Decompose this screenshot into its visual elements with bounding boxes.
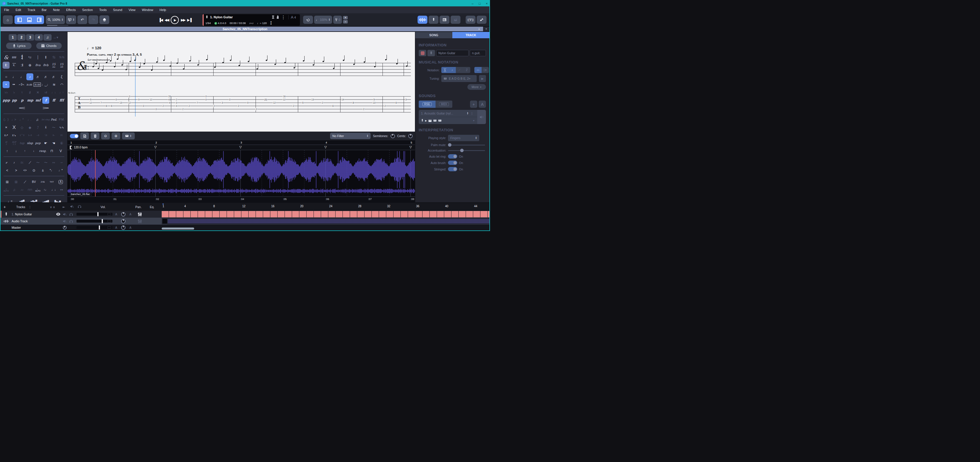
- automation-master-button[interactable]: ▂▄▆M: [19, 198, 25, 202]
- waveform-display[interactable]: Sanchez_05.flac: [67, 150, 415, 196]
- bar-marker-icon[interactable]: ▽: [154, 145, 156, 149]
- track-row-audio-track[interactable]: Audio Track: [1, 218, 489, 225]
- pan-knob[interactable]: [121, 219, 126, 223]
- document-tab-title[interactable]: Sanchez_05_NNTranscription: [223, 27, 267, 31]
- popping-button[interactable]: pop: [35, 140, 41, 147]
- harmonic-above-button[interactable]: *♩: [48, 167, 55, 174]
- rse-button[interactable]: RSE: [419, 100, 436, 108]
- line-in-button[interactable]: [477, 16, 487, 24]
- sustain-pedal-button[interactable]: Ped.: [51, 116, 57, 123]
- arpeggio-up-button[interactable]: ↑: [21, 148, 29, 155]
- more-button[interactable]: More▼: [468, 84, 486, 90]
- let-ring-span-button[interactable]: ≋: [51, 81, 57, 88]
- master-knob[interactable]: [61, 226, 68, 229]
- voice-4-button[interactable]: 4: [35, 34, 43, 41]
- go-to-end-button[interactable]: ▶▐: [187, 18, 191, 22]
- wave-zoom-in-button[interactable]: ⊕: [111, 132, 120, 139]
- menu-edit[interactable]: Edit: [16, 8, 21, 11]
- dynamic-fff-button[interactable]: fff: [58, 97, 65, 104]
- mute-button[interactable]: [61, 213, 68, 216]
- chord-diagram-list-button[interactable]: ⊞: [13, 178, 20, 185]
- sixteenth-note-button[interactable]: ♬: [35, 73, 41, 80]
- audio-time-ruler[interactable]: :00:01:02:03:04:05:06:07:08: [67, 196, 415, 202]
- brush-up-button[interactable]: ↑: [4, 148, 11, 155]
- timeline-scrollbar[interactable]: [162, 228, 194, 229]
- playing-style-select[interactable]: Fingers▲▼: [448, 135, 479, 141]
- track-name[interactable]: 1.Nylon Guitar: [11, 212, 55, 216]
- cents-knob[interactable]: [408, 134, 413, 138]
- bar-marker-icon[interactable]: ▽: [409, 145, 412, 149]
- artificial-harmonic-button[interactable]: ◆: [26, 124, 33, 131]
- dynamic-pp-button[interactable]: pp: [11, 97, 18, 104]
- grace-before-beat-button[interactable]: ♪̷: [3, 159, 10, 166]
- settings-spinner[interactable]: ▲▼: [130, 134, 132, 137]
- double-sharp-button[interactable]: ✕: [35, 89, 41, 96]
- natural-harmonic-button[interactable]: ◇: [19, 124, 25, 131]
- minimize-button[interactable]: –: [472, 2, 474, 5]
- notation-tablature-button[interactable]: 5: [441, 67, 449, 73]
- arpeggio-down-button[interactable]: ↓: [30, 148, 37, 155]
- staff-single-button[interactable]: ▭: [474, 67, 482, 73]
- heavy-accent-button[interactable]: ♩^: [18, 116, 25, 123]
- beam-group-button[interactable]: ⊓⊓: [26, 186, 33, 193]
- bar-marker-icon[interactable]: ▽: [239, 145, 242, 149]
- hammer-pull-button[interactable]: H/P1 3: [11, 140, 18, 147]
- wave-zoom-out-button[interactable]: ⊖: [101, 132, 110, 139]
- tapping-button[interactable]: tap: [19, 140, 25, 147]
- tuning-field[interactable]: E A D G B E, 2+: [441, 75, 477, 82]
- wave-settings-button[interactable]: ▲▼: [122, 132, 135, 139]
- hourglass-icon[interactable]: [272, 15, 274, 19]
- volume-automation-label[interactable]: A: [113, 213, 120, 216]
- stringed-toggle[interactable]: [448, 167, 457, 171]
- semitone-up-button[interactable]: ♩↑: [58, 89, 65, 96]
- solo-all-icon[interactable]: [78, 205, 81, 209]
- dynamic-mp-button[interactable]: mp: [27, 97, 33, 104]
- audio-view-button[interactable]: [418, 16, 427, 24]
- repeat-open-button[interactable]: ‖:: [3, 62, 10, 69]
- right-hand-tapping-button[interactable]: ☚: [50, 140, 57, 147]
- menu-effects[interactable]: Effects: [66, 8, 76, 11]
- zoom-spinner[interactable]: ▲▼: [61, 18, 63, 21]
- beam-split-button[interactable]: ♪♪: [19, 186, 25, 193]
- visibility-eye-icon[interactable]: [55, 213, 61, 216]
- volume-slider[interactable]: [76, 220, 113, 223]
- audio-track-toggle[interactable]: [70, 134, 78, 138]
- track-name-field[interactable]: Nylon Guitar: [436, 50, 469, 56]
- pan-knob[interactable]: [121, 212, 126, 217]
- vibrato-button[interactable]: 〜: [50, 124, 57, 131]
- palm-mute-slider[interactable]: [448, 145, 485, 145]
- half-note-button[interactable]: ♩: [11, 73, 18, 80]
- eq-button[interactable]: [138, 212, 143, 216]
- count-in-control[interactable]: A 4: [288, 15, 298, 19]
- vibrato-wave-button[interactable]: 〜: [35, 159, 41, 166]
- voice-3-button[interactable]: 3: [26, 34, 34, 41]
- track-timeline-master[interactable]: [162, 225, 489, 230]
- audio-clip-start[interactable]: [162, 218, 167, 224]
- keyboard-view-button[interactable]: [439, 16, 449, 24]
- quarter-note-button[interactable]: ♩: [19, 73, 25, 80]
- solo-button[interactable]: [68, 213, 74, 216]
- wide-vibrato-button[interactable]: ∿∿: [58, 124, 65, 131]
- slide-out-downwards-button[interactable]: x↘: [11, 132, 18, 139]
- ghost-note-button[interactable]: (♩): [3, 116, 10, 123]
- tie-button[interactable]: ♩‿♩: [42, 81, 50, 88]
- zoom-slider[interactable]: [47, 25, 68, 26]
- tuplet-bracket-button[interactable]: n:m: [33, 81, 41, 88]
- coda-button[interactable]: ⊕: [26, 62, 33, 69]
- lyrics-button[interactable]: Lyrics: [6, 43, 32, 49]
- bar-marker-icon[interactable]: ▽: [324, 145, 326, 149]
- transpose-steppers[interactable]: +−: [343, 16, 348, 24]
- quindicesima-alta-button[interactable]: 15ma: [50, 62, 57, 69]
- go-to-start-button[interactable]: ▐◀: [159, 18, 162, 22]
- sharp-button[interactable]: ♯: [26, 89, 33, 96]
- ottava-alta-button[interactable]: 8va: [35, 62, 41, 69]
- quindicesima-bassa-button[interactable]: 15mb: [58, 62, 65, 69]
- collapse-rests-button[interactable]: ▾▾: [58, 186, 65, 193]
- transport-menu-icon[interactable]: ⋮: [281, 14, 286, 20]
- golpe-button[interactable]: ⊙: [30, 167, 37, 174]
- sound-menu-icon[interactable]: ⋮: [469, 112, 475, 115]
- tempo-change-button[interactable]: ♩=: [7, 198, 14, 202]
- string-number-button[interactable]: ⑥: [58, 140, 65, 147]
- undo-button[interactable]: ↶: [77, 15, 87, 24]
- maximize-button[interactable]: □: [479, 2, 481, 5]
